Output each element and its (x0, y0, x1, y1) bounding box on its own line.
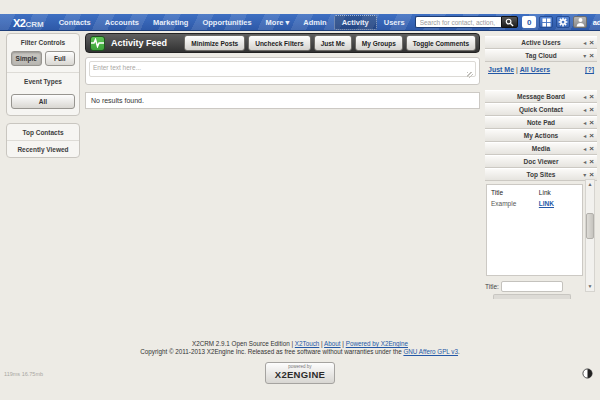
recently-viewed-header[interactable]: Recently Viewed (7, 140, 79, 157)
collapse-icon[interactable]: ◂ (583, 146, 586, 152)
filter-mode-buttons: Simple Full (7, 50, 79, 72)
top-sites-add-form: Title: (485, 281, 583, 292)
powered-by-link[interactable]: Powered by X2Engine (346, 340, 408, 347)
collapse-icon[interactable]: ◂ (583, 94, 586, 100)
top-sites-url-input-partial[interactable] (493, 294, 571, 299)
person-icon (576, 13, 585, 31)
expand-icon[interactable]: ▾ (583, 172, 586, 178)
widget-header-note-pad[interactable]: Note Pad ◂× (485, 116, 597, 129)
post-publisher (85, 57, 480, 85)
tag-cloud-help-link[interactable]: [?] (585, 66, 594, 73)
widget-header-active-users[interactable]: Active Users ◂× (485, 36, 597, 49)
close-icon[interactable]: × (589, 52, 594, 60)
close-icon[interactable]: × (589, 119, 594, 127)
widget-header-quick-contact[interactable]: Quick Contact ◂× (485, 103, 597, 116)
filter-controls-box: Filter Controls Simple Full Event Types … (6, 33, 80, 116)
activity-pulse-icon (90, 36, 105, 51)
notification-count-badge[interactable]: 0 (522, 16, 536, 28)
feed-toolbar: Minimize Posts Uncheck Filters Just Me M… (184, 35, 476, 51)
nav-item-opportunities[interactable]: Opportunities (195, 16, 258, 29)
top-site-link[interactable]: LINK (539, 200, 554, 207)
event-types-header: Event Types (7, 72, 79, 89)
page-footer: X2CRM 2.9.1 Open Source Edition | X2Touc… (0, 340, 600, 384)
user-menu[interactable]: admin ▾ (593, 18, 600, 27)
tag-cloud-just-me-link[interactable]: Just Me (488, 66, 514, 73)
user-avatar[interactable] (573, 16, 587, 28)
nav-item-users[interactable]: Users (377, 16, 412, 29)
widget-header-top-sites[interactable]: Top Sites ▾× (485, 168, 597, 181)
my-groups-button[interactable]: My Groups (355, 35, 403, 51)
filter-simple-button[interactable]: Simple (11, 51, 42, 66)
collapse-icon[interactable]: ◂ (583, 107, 586, 113)
top-sites-row: Example LINK (491, 200, 578, 207)
widget-header-message-board[interactable]: Message Board ◂× (485, 90, 597, 103)
close-icon[interactable]: × (589, 39, 594, 47)
collapse-icon[interactable]: ◂ (583, 40, 586, 46)
page-title: Activity Feed (111, 38, 167, 48)
scroll-up-icon[interactable]: ▲ (588, 180, 593, 189)
filter-full-button[interactable]: Full (45, 51, 76, 66)
search-icon (505, 13, 514, 31)
scrollbar-thumb[interactable] (586, 213, 594, 239)
settings-button[interactable] (556, 16, 570, 28)
uncheck-filters-button[interactable]: Uncheck Filters (248, 35, 310, 51)
x2engine-badge[interactable]: powered by X2ENGINE (265, 362, 335, 384)
close-icon[interactable]: × (589, 132, 594, 140)
title-field-label: Title: (485, 283, 499, 290)
footer-line-1: X2CRM 2.9.1 Open Source Edition | X2Touc… (0, 340, 600, 348)
close-icon[interactable]: × (589, 171, 594, 179)
global-search (415, 16, 518, 28)
nav-item-admin[interactable]: Admin (296, 16, 333, 29)
post-input[interactable] (89, 61, 476, 77)
resize-handle-icon[interactable] (467, 72, 473, 78)
feed-empty-state: No results found. (85, 92, 480, 109)
close-icon[interactable]: × (589, 158, 594, 166)
just-me-button[interactable]: Just Me (314, 35, 352, 51)
nav-item-accounts[interactable]: Accounts (98, 16, 146, 29)
widget-header-tag-cloud[interactable]: Tag Cloud ▾× (485, 49, 597, 62)
debug-stats: 119ms 16.75mb (4, 371, 43, 377)
navbar-right-cluster: Admin Activity Users 0 (296, 15, 600, 30)
x2touch-link[interactable]: X2Touch (295, 340, 320, 347)
left-sidebar: Filter Controls Simple Full Event Types … (6, 33, 80, 165)
top-sites-header-row: Title Link (491, 189, 578, 196)
activity-feed-header: Activity Feed Minimize Posts Uncheck Fil… (85, 33, 480, 53)
event-types-row: All (7, 89, 79, 115)
search-button[interactable] (501, 16, 518, 28)
right-sidebar: Active Users ◂× Tag Cloud ▾× Just Me | A… (485, 33, 597, 299)
nav-item-activity[interactable]: Activity (334, 15, 377, 30)
gear-icon (558, 13, 568, 31)
widget-header-my-actions[interactable]: My Actions ◂× (485, 129, 597, 142)
minimize-posts-button[interactable]: Minimize Posts (184, 35, 245, 51)
close-icon[interactable]: × (589, 93, 594, 101)
x2crm-logo[interactable]: X2CRM (13, 13, 44, 31)
close-icon[interactable]: × (589, 145, 594, 153)
nav-item-contacts[interactable]: Contacts (52, 16, 98, 29)
filter-controls-header: Filter Controls (7, 34, 79, 50)
footer-line-2: Copyright © 2011-2013 X2Engine Inc. Rele… (0, 348, 600, 356)
apps-grid-button[interactable] (539, 16, 553, 28)
widget-header-doc-viewer[interactable]: Doc Viewer ◂× (485, 155, 597, 168)
contrast-toggle-icon[interactable] (582, 365, 593, 383)
sidebar-scrollbar[interactable]: ▲ ▼ (585, 179, 595, 292)
nav-item-more[interactable]: More ▾ (259, 16, 297, 29)
grid-icon (542, 13, 551, 31)
expand-icon[interactable]: ▾ (583, 53, 586, 59)
scroll-down-icon[interactable]: ▼ (588, 282, 593, 291)
event-types-all-button[interactable]: All (11, 94, 75, 109)
collapse-icon[interactable]: ◂ (583, 133, 586, 139)
top-sites-title-input[interactable] (501, 281, 563, 292)
widget-header-media[interactable]: Media ◂× (485, 142, 597, 155)
collapse-icon[interactable]: ◂ (583, 159, 586, 165)
search-input[interactable] (415, 16, 501, 28)
logo-crm: CRM (25, 20, 43, 29)
collapse-icon[interactable]: ◂ (583, 120, 586, 126)
nav-item-marketing[interactable]: Marketing (146, 16, 195, 29)
top-contacts-header[interactable]: Top Contacts (7, 124, 79, 140)
logo-x2: X2 (13, 17, 25, 29)
about-link[interactable]: About (324, 340, 340, 347)
tag-cloud-all-users-link[interactable]: All Users (520, 66, 550, 73)
close-icon[interactable]: × (589, 106, 594, 114)
gpl-license-link[interactable]: GNU Affero GPL v3 (403, 348, 458, 355)
toggle-comments-button[interactable]: Toggle Comments (406, 35, 476, 51)
